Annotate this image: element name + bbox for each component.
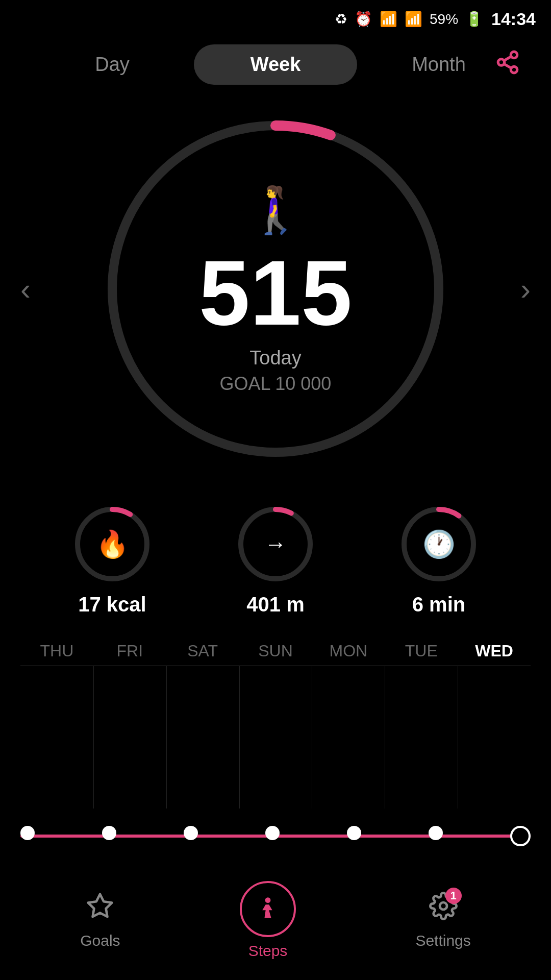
grid-line-1 bbox=[93, 666, 94, 808]
calories-value: 17 kcal bbox=[78, 593, 146, 616]
duration-ring-container: 🕐 bbox=[398, 503, 480, 585]
tab-day[interactable]: Day bbox=[31, 44, 194, 85]
stat-duration[interactable]: 🕐 6 min bbox=[398, 503, 480, 616]
stat-calories[interactable]: 🔥 17 kcal bbox=[71, 503, 153, 616]
goals-icon bbox=[86, 892, 114, 927]
timeline-dot-3 bbox=[184, 826, 198, 840]
distance-icon: → bbox=[264, 531, 287, 557]
timeline-line bbox=[20, 834, 531, 838]
battery-icon: 🔋 bbox=[465, 11, 483, 28]
steps-count: 515 bbox=[199, 247, 352, 339]
settings-label: Settings bbox=[415, 932, 470, 949]
next-arrow[interactable]: › bbox=[510, 261, 541, 317]
duration-value: 6 min bbox=[412, 593, 465, 616]
settings-container: 1 bbox=[429, 892, 458, 927]
day-tue[interactable]: TUE bbox=[385, 642, 458, 660]
svg-point-14 bbox=[265, 897, 271, 903]
status-bar: ♻ ⏰ 📶 📶 59% 🔋 14:34 bbox=[0, 0, 551, 34]
timeline-container bbox=[0, 808, 551, 838]
chart-section: THU FRI SAT SUN MON TUE WED bbox=[0, 636, 551, 808]
alarm-icon: ⏰ bbox=[355, 11, 372, 28]
prev-arrow[interactable]: ‹ bbox=[10, 261, 41, 317]
timeline-dot-4 bbox=[265, 826, 280, 840]
nav-steps[interactable]: Steps bbox=[240, 881, 296, 960]
stats-row: 🔥 17 kcal → 401 m 🕐 6 min bbox=[0, 483, 551, 636]
nav-goals[interactable]: Goals bbox=[80, 892, 120, 949]
stat-distance[interactable]: → 401 m bbox=[235, 503, 316, 616]
duration-icon: 🕐 bbox=[422, 529, 456, 560]
day-sat[interactable]: SAT bbox=[166, 642, 239, 660]
recycle-icon: ♻ bbox=[335, 11, 347, 28]
tab-week[interactable]: Week bbox=[194, 44, 357, 85]
bottom-nav: Goals Steps 1 Settings bbox=[0, 871, 551, 980]
signal-icon: 📶 bbox=[405, 11, 422, 28]
chart-area bbox=[20, 666, 531, 808]
nav-settings[interactable]: 1 Settings bbox=[415, 892, 470, 949]
day-fri[interactable]: FRI bbox=[93, 642, 166, 660]
grid-line-4 bbox=[312, 666, 312, 808]
tab-bar: Day Week Month bbox=[0, 34, 551, 95]
today-label: Today bbox=[249, 347, 301, 369]
circle-content: 🚶‍♀️ 515 Today GOAL 10 000 bbox=[199, 183, 352, 395]
svg-marker-13 bbox=[88, 894, 112, 916]
timeline-dot-2 bbox=[102, 826, 116, 840]
share-button[interactable] bbox=[495, 50, 520, 80]
distance-ring-container: → bbox=[235, 503, 316, 585]
distance-value: 401 m bbox=[246, 593, 304, 616]
grid-line-3 bbox=[239, 666, 240, 808]
timeline-dot-6 bbox=[429, 826, 443, 840]
battery-percentage: 59% bbox=[430, 11, 458, 28]
timeline-dot-7-active bbox=[510, 826, 531, 846]
calories-ring-container: 🔥 bbox=[71, 503, 153, 585]
steps-label: Steps bbox=[248, 942, 288, 960]
day-thu[interactable]: THU bbox=[20, 642, 93, 660]
timeline-dot-1 bbox=[20, 826, 35, 840]
settings-badge: 1 bbox=[445, 888, 462, 904]
status-icons: ♻ ⏰ 📶 📶 59% 🔋 bbox=[335, 11, 483, 28]
day-mon[interactable]: MON bbox=[312, 642, 385, 660]
svg-point-15 bbox=[440, 902, 447, 910]
chart-days-header: THU FRI SAT SUN MON TUE WED bbox=[15, 642, 536, 660]
day-sun[interactable]: SUN bbox=[239, 642, 312, 660]
day-wed[interactable]: WED bbox=[458, 642, 531, 660]
timeline-dots bbox=[20, 826, 531, 846]
steps-icon bbox=[240, 881, 296, 937]
goals-label: Goals bbox=[80, 932, 120, 949]
svg-line-4 bbox=[504, 56, 511, 60]
status-time: 14:34 bbox=[491, 9, 536, 29]
grid-line-6 bbox=[458, 666, 458, 808]
goal-label: GOAL 10 000 bbox=[220, 373, 332, 395]
calories-icon: 🔥 bbox=[96, 529, 129, 560]
main-circle-container: ‹ 🚶‍♀️ 515 Today GOAL 10 000 › bbox=[0, 105, 551, 473]
walker-icon: 🚶‍♀️ bbox=[247, 183, 304, 237]
grid-line-5 bbox=[385, 666, 385, 808]
svg-line-3 bbox=[504, 64, 511, 68]
grid-line-2 bbox=[166, 666, 167, 808]
timeline-dot-5 bbox=[347, 826, 361, 840]
wifi-icon: 📶 bbox=[380, 11, 397, 28]
